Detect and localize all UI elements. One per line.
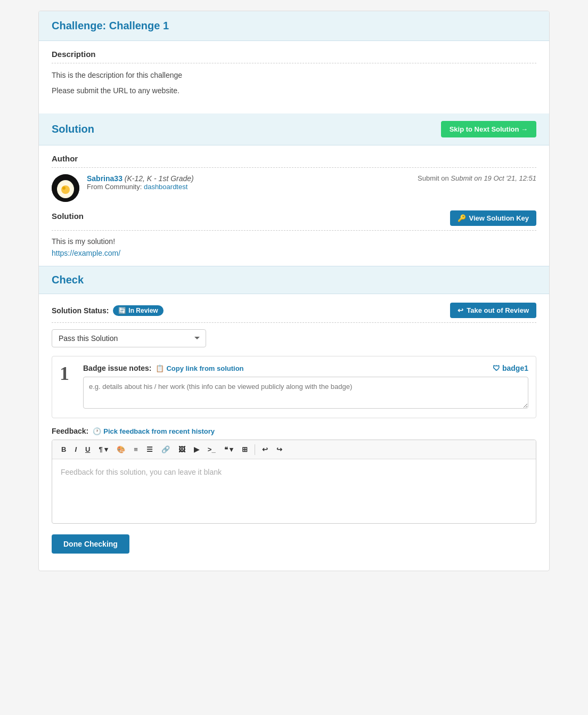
description-divider bbox=[52, 63, 536, 63]
key-icon: 🔑 bbox=[458, 214, 466, 222]
badge-number: 1 bbox=[60, 364, 75, 383]
description-label: Description bbox=[52, 50, 536, 59]
solution-text: This is my solution! bbox=[52, 237, 536, 246]
submit-date: Submit on Submit on 19 Oct '21, 12:51 bbox=[418, 174, 536, 182]
solution-divider bbox=[52, 230, 536, 231]
status-row: Solution Status: 🔄 In Review ↩ Take out … bbox=[52, 303, 536, 318]
shield-icon: 🛡 bbox=[493, 364, 500, 372]
refresh-icon: 🔄 bbox=[118, 307, 126, 314]
author-left: Sabrina33 (K-12, K - 1st Grade) From Com… bbox=[52, 174, 194, 202]
challenge-body: Description This is the description for … bbox=[39, 41, 549, 113]
badge-notes-inner: Badge issue notes: 📋 Copy link from solu… bbox=[83, 364, 244, 372]
status-left: Solution Status: 🔄 In Review bbox=[52, 305, 164, 316]
badge-notes-textarea[interactable] bbox=[83, 377, 528, 409]
pass-dropdown-row: Pass this Solution Fail this Solution Pe… bbox=[52, 329, 536, 347]
badge-notes-right: Badge issue notes: 📋 Copy link from solu… bbox=[83, 364, 528, 410]
avatar bbox=[52, 174, 79, 202]
author-grade: (K-12, K - 1st Grade) bbox=[125, 174, 194, 183]
view-solution-key-button[interactable]: 🔑 View Solution Key bbox=[450, 210, 536, 226]
paragraph-button[interactable]: ¶ ▾ bbox=[95, 443, 112, 456]
feedback-editor: B I U ¶ ▾ 🎨 ≡ ☰ 🔗 🖼 ▶ >_ ❝ ▾ ⊞ ↩ ↪ Feedb… bbox=[52, 440, 536, 524]
badge-name: 🛡 badge1 bbox=[493, 364, 528, 372]
solution-sub-label: Solution bbox=[52, 212, 84, 221]
copy-icon: 📋 bbox=[156, 364, 164, 372]
community-prefix: From Community: bbox=[87, 183, 142, 191]
in-review-badge: 🔄 In Review bbox=[113, 305, 163, 316]
solution-url[interactable]: https://example.com/ bbox=[52, 249, 120, 257]
author-name: Sabrina33 bbox=[87, 174, 123, 183]
bold-button[interactable]: B bbox=[58, 443, 70, 456]
author-label: Author bbox=[52, 154, 536, 163]
check-title: Check bbox=[52, 274, 536, 286]
solution-body: Author Sabrina33 (K-12, K - 1st Gr bbox=[39, 145, 549, 266]
feedback-row: Feedback: 🕐 Pick feedback from recent hi… bbox=[52, 427, 536, 435]
community-link[interactable]: dashboardtest bbox=[144, 183, 187, 191]
unordered-list-button[interactable]: ☰ bbox=[143, 443, 157, 456]
video-button[interactable]: ▶ bbox=[190, 443, 203, 456]
solution-title: Solution bbox=[52, 123, 94, 135]
undo-button[interactable]: ↩ bbox=[258, 443, 272, 456]
underline-button[interactable]: U bbox=[81, 443, 94, 456]
copy-link-button[interactable]: 📋 Copy link from solution bbox=[156, 364, 243, 372]
check-body: Solution Status: 🔄 In Review ↩ Take out … bbox=[39, 294, 549, 571]
pass-solution-select[interactable]: Pass this Solution Fail this Solution Pe… bbox=[52, 329, 206, 347]
author-name-grade: Sabrina33 (K-12, K - 1st Grade) bbox=[87, 174, 194, 183]
table-button[interactable]: ⊞ bbox=[238, 443, 251, 456]
status-divider bbox=[52, 322, 536, 323]
history-icon: 🕐 bbox=[93, 427, 101, 435]
challenge-title: Challenge: Challenge 1 bbox=[52, 20, 536, 32]
blockquote-button[interactable]: ❝ ▾ bbox=[220, 443, 238, 456]
svg-point-2 bbox=[61, 185, 70, 194]
description-line-2: Please submit the URL to any website. bbox=[52, 85, 536, 96]
author-text-info: Sabrina33 (K-12, K - 1st Grade) From Com… bbox=[87, 174, 194, 191]
svg-point-3 bbox=[62, 186, 66, 190]
badge-notes-label: Badge issue notes: bbox=[83, 364, 151, 372]
pick-feedback-link[interactable]: 🕐 Pick feedback from recent history bbox=[93, 427, 215, 435]
done-checking-button[interactable]: Done Checking bbox=[52, 534, 129, 554]
feedback-editor-content[interactable]: Feedback for this solution, you can leav… bbox=[52, 459, 536, 523]
badge-notes-header: Badge issue notes: 📋 Copy link from solu… bbox=[83, 364, 528, 372]
skip-next-solution-button[interactable]: Skip to Next Solution → bbox=[441, 121, 536, 137]
editor-toolbar: B I U ¶ ▾ 🎨 ≡ ☰ 🔗 🖼 ▶ >_ ❝ ▾ ⊞ ↩ ↪ bbox=[52, 440, 536, 459]
check-section-header: Check bbox=[39, 266, 549, 294]
toolbar-sep bbox=[255, 444, 255, 455]
code-button[interactable]: >_ bbox=[204, 443, 219, 456]
take-out-review-button[interactable]: ↩ Take out of Review bbox=[450, 303, 536, 318]
badge-notes-card: 1 Badge issue notes: 📋 Copy link from so… bbox=[52, 356, 536, 418]
page-container: Challenge: Challenge 1 Description This … bbox=[38, 11, 550, 571]
solution-section-header: Solution Skip to Next Solution → bbox=[39, 113, 549, 145]
italic-button[interactable]: I bbox=[71, 443, 80, 456]
link-button[interactable]: 🔗 bbox=[158, 443, 174, 456]
undo-icon: ↩ bbox=[458, 306, 463, 314]
author-divider bbox=[52, 167, 536, 168]
image-button[interactable]: 🖼 bbox=[175, 443, 189, 456]
ordered-list-button[interactable]: ≡ bbox=[130, 443, 142, 456]
redo-button[interactable]: ↪ bbox=[273, 443, 286, 456]
author-details-row: Sabrina33 (K-12, K - 1st Grade) From Com… bbox=[52, 174, 536, 202]
feedback-label: Feedback: bbox=[52, 427, 88, 435]
solution-subsection-row: Solution 🔑 View Solution Key bbox=[52, 210, 536, 226]
color-button[interactable]: 🎨 bbox=[113, 443, 129, 456]
status-label: Solution Status: bbox=[52, 306, 109, 315]
description-line-1: This is the description for this challen… bbox=[52, 70, 536, 81]
challenge-header: Challenge: Challenge 1 bbox=[39, 11, 549, 41]
author-community: From Community: dashboardtest bbox=[87, 183, 194, 191]
